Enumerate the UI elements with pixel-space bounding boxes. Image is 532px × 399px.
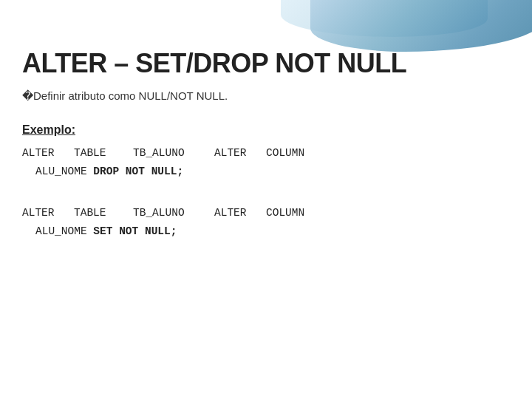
code-tbname-1: TB_ALUNO [133,144,214,163]
page-title: ALTER – SET/DROP NOT NULL [22,48,517,79]
code-indent-1: ALU_NOME [22,163,87,181]
code-alter-3: ALTER [22,204,74,222]
wave-shape-2 [281,0,488,37]
code-alter4: ALTER [214,204,266,222]
description: �Definir atributo como NULL/NOT NULL. [22,89,517,103]
code-column-1: COLUMN [266,144,325,163]
wave-shape-1 [310,0,532,52]
main-content: ALTER – SET/DROP NOT NULL �Definir atrib… [22,48,517,384]
code-line-2b: ALU_NOME SET NOT NULL; [22,222,517,241]
code-block-drop: ALTER TABLE TB_ALUNO ALTER COLUMN ALU_NO… [22,144,517,180]
code-alter-1: ALTER [22,144,74,163]
example-label: Exemplo: [22,123,517,137]
code-line-1a: ALTER TABLE TB_ALUNO ALTER COLUMN [22,144,517,163]
decorative-header [0,0,532,52]
code-table-2: TABLE [74,204,133,222]
code-table-1: TABLE [74,144,133,163]
code-alter2-1: ALTER [214,144,266,163]
code-line-1b: ALU_NOME DROP NOT NULL; [22,163,517,181]
code-drop-not-null: DROP NOT NULL; [93,163,183,181]
code-column-2: COLUMN [266,204,325,222]
code-block-set: ALTER TABLE TB_ALUNO ALTER COLUMN ALU_NO… [22,204,517,240]
code-set-not-null: SET NOT NULL; [93,222,177,241]
code-indent-2: ALU_NOME [22,222,87,241]
code-line-2a: ALTER TABLE TB_ALUNO ALTER COLUMN [22,204,517,222]
code-tbname-2: TB_ALUNO [133,204,214,222]
